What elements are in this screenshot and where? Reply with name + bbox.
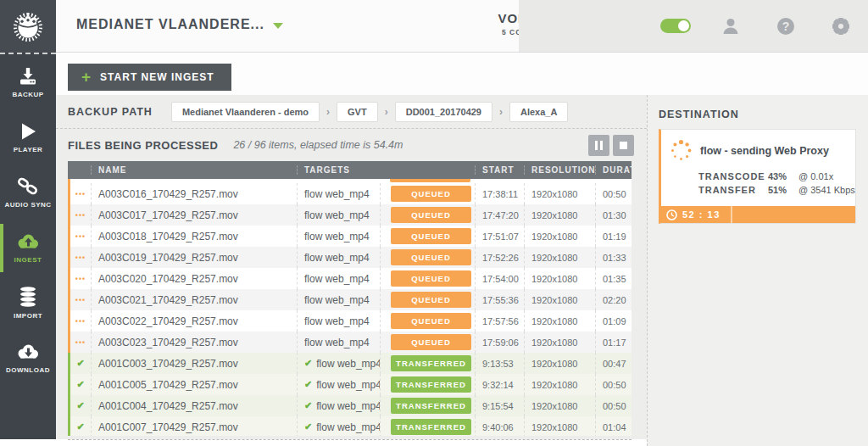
backup-path-label: BACKUP PATH [68,106,153,118]
row-resolution: 1920x1080 [524,416,595,436]
row-filename: A003C016_170429_R257.mov [91,183,297,204]
sidebar-label: PLAYER [14,146,43,154]
sidebar-item-download[interactable]: DOWNLOAD [0,332,56,385]
row-status: QUEUED [380,332,475,353]
spinner-dots-icon [670,139,693,162]
row-status-icon: ••• [70,247,91,268]
help-button[interactable]: ? [758,17,813,36]
row-status: TRANSFERRED [380,416,475,436]
header-name[interactable]: NAME [91,165,297,175]
sidebar-item-audio-sync[interactable]: AUDIO SYNC [0,166,56,220]
row-start-time: 9:13:53 [475,353,524,374]
check-icon: ✔ [304,421,312,432]
row-resolution: 1920x1080 [524,395,595,416]
check-icon: ✔ [304,358,312,369]
pause-button[interactable] [588,135,609,156]
header-start[interactable]: START [475,165,524,175]
sidebar-item-backup[interactable]: BACKUP [0,56,56,109]
table-body[interactable]: ••• A003C016_170429_R257.mov flow web_mp… [68,179,632,436]
table-row[interactable]: ••• A003C021_170429_R257.mov flow web_mp… [68,289,632,310]
table-row[interactable]: ✔ A001C003_170429_R257.mov ✔flow web_mp4… [68,353,632,374]
breadcrumb-volume[interactable]: Medianet Vlaanderen - demo [171,102,320,122]
row-duration: 00:50 [595,374,632,395]
table-row[interactable]: ••• A003C022_170429_R257.mov flow web_mp… [68,310,632,332]
transfer-rate: @ 3541 Kbps [798,183,855,197]
row-status: TRANSFERRED [380,353,475,374]
row-start-time: 17:38:11 [475,183,524,204]
row-target: flow web_mp4 [297,226,380,247]
transcode-row: TRANSCODE 43% @ 0.01x [698,170,855,183]
online-toggle[interactable] [648,19,703,33]
row-target: flow web_mp4 [297,332,380,353]
sidebar-label: IMPORT [14,312,42,321]
table-row[interactable]: ••• A003C018_170429_R257.mov flow web_mp… [68,226,632,247]
row-duration: 01:17 [595,332,632,353]
header-resolution[interactable]: RESOLUTION [524,165,595,175]
row-start-time: 17:52:26 [475,247,524,268]
start-new-ingest-button[interactable]: + START NEW INGEST [68,64,231,91]
table-row[interactable]: ••• A003C017_170429_R257.mov flow web_mp… [68,204,632,226]
breadcrumb-folder-1[interactable]: GVT [337,102,378,122]
files-title: FILES BEING PROCESSED [68,139,218,152]
chain-link-icon [17,176,39,197]
row-filename: A003C022_170429_R257.mov [91,310,297,332]
breadcrumb-folder-2[interactable]: DD001_20170429 [395,102,492,122]
row-target: flow web_mp4 [297,289,380,310]
sidebar-label: BACKUP [12,91,43,99]
transfer-row: TRANSFER 51% @ 3541 Kbps [698,183,855,197]
sidebar-item-player[interactable]: PLAYER [0,111,56,164]
row-resolution: 1920x1080 [524,353,595,374]
row-target: flow web_mp4 [297,310,380,332]
table-row[interactable]: ••• A003C020_170429_R257.mov flow web_mp… [68,268,632,289]
header-duration[interactable]: DURATION [595,165,632,175]
app-logo[interactable] [0,0,56,53]
sidebar-item-import[interactable]: IMPORT [0,276,56,330]
stop-icon [620,142,627,149]
toggle-switch-on [660,19,691,33]
row-status: QUEUED [380,204,475,226]
cloud-upload-icon [16,231,40,252]
table-row[interactable]: ••• A003C016_170429_R257.mov flow web_mp… [68,183,632,204]
table-row[interactable]: ••• A003C023_170429_R257.mov flow web_mp… [68,332,632,353]
action-strip: + START NEW INGEST [56,53,868,95]
table-row[interactable]: ✔ A001C005_170429_R257.mov ✔flow web_mp4… [68,374,632,395]
row-duration: 01:30 [595,204,632,226]
row-status-icon: ••• [70,226,91,247]
pause-icon [595,141,603,150]
user-button[interactable] [703,17,758,36]
row-status: QUEUED [380,183,475,204]
sidebar-item-ingest[interactable]: INGEST [0,221,56,275]
table-header: NAME TARGETS START RESOLUTION DURATION [68,161,632,179]
row-duration: 00:50 [595,183,632,204]
account-selector[interactable]: MEDIANET VLAANDERE... [76,17,283,32]
row-filename: A003C019_170429_R257.mov [91,247,297,268]
settings-button[interactable] [813,17,868,36]
status-badge: QUEUED [391,186,471,202]
row-duration: 00:50 [595,395,632,416]
table-row[interactable]: ✔ A001C004_170429_R257.mov ✔flow web_mp4… [68,395,632,416]
elapsed-time: 52 : 13 [682,209,721,220]
cloud-download-icon [16,342,40,362]
row-target: flow web_mp4 [297,183,380,204]
row-target: flow web_mp4 [297,247,380,268]
row-resolution: 1920x1080 [524,226,595,247]
destination-card[interactable]: flow - sending Web Proxy TRANSCODE 43% @… [659,129,856,224]
destination-title: flow - sending Web Proxy [700,145,829,157]
play-icon [18,121,38,142]
clock-icon [666,209,677,220]
status-badge: QUEUED [391,313,471,329]
table-row[interactable]: ✔ A001C007_170429_R257.mov ✔flow web_mp4… [68,416,632,436]
partial-row-above [68,179,632,183]
progress-divider [731,206,732,223]
table-row[interactable]: ••• A003C019_170429_R257.mov flow web_mp… [68,247,632,268]
breadcrumb-folder-3[interactable]: Alexa_A [509,102,568,122]
row-resolution: 1920x1080 [524,247,595,268]
row-start-time: 17:55:36 [475,289,524,310]
destination-label: DESTINATION [659,109,868,120]
row-status-icon: ••• [70,289,91,310]
check-icon: ✔ [304,379,312,390]
files-header: FILES BEING PROCESSED 26 / 96 items, ela… [56,129,647,161]
header-targets[interactable]: TARGETS [297,165,380,175]
transcode-percent: 43% [768,170,798,183]
stop-button[interactable] [613,135,634,156]
